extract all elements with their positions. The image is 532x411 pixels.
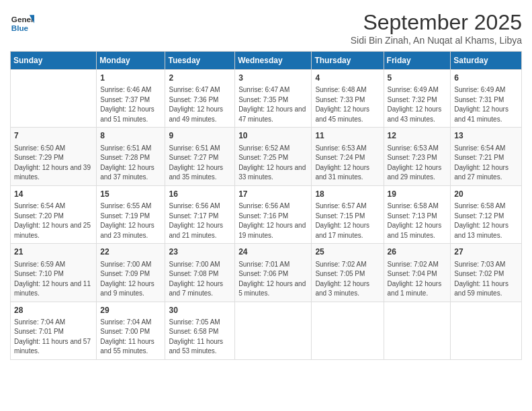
day-number: 3: [238, 73, 308, 84]
sunrise-text: Sunrise: 6:47 AM: [169, 85, 231, 95]
sunset-text: Sunset: 7:33 PM: [315, 95, 380, 105]
svg-text:Blue: Blue: [11, 24, 29, 32]
daylight-text: Daylight: 12 hours and 49 minutes.: [169, 105, 231, 124]
month-title: September 2025: [351, 10, 522, 35]
sunrise-text: Sunrise: 7:02 AM: [315, 260, 380, 270]
calendar-cell: 2Sunrise: 6:47 AMSunset: 7:36 PMDaylight…: [165, 70, 235, 128]
day-number: 20: [454, 189, 518, 200]
calendar-cell: [235, 302, 312, 359]
logo-icon: General Blue: [10, 10, 34, 34]
sunrise-text: Sunrise: 7:04 AM: [14, 318, 93, 328]
daylight-text: Daylight: 12 hours and 23 minutes.: [100, 221, 161, 240]
day-number: 5: [388, 73, 447, 84]
calendar-cell: 29Sunrise: 7:04 AMSunset: 7:00 PMDayligh…: [97, 302, 165, 359]
daylight-text: Daylight: 12 hours and 33 minutes.: [238, 163, 308, 183]
sunrise-text: Sunrise: 6:51 AM: [169, 144, 231, 154]
sunset-text: Sunset: 6:58 PM: [169, 327, 231, 337]
sunrise-text: Sunrise: 7:01 AM: [238, 260, 308, 270]
daylight-text: Daylight: 12 hours and 27 minutes.: [454, 163, 518, 183]
day-number: 15: [100, 189, 161, 200]
daylight-text: Daylight: 12 hours and 51 minutes.: [100, 105, 161, 124]
calendar-cell: 14Sunrise: 6:54 AMSunset: 7:20 PMDayligh…: [11, 185, 97, 243]
sunset-text: Sunset: 7:29 PM: [14, 153, 93, 163]
sunrise-text: Sunrise: 6:52 AM: [238, 144, 308, 154]
sunset-text: Sunset: 7:28 PM: [100, 153, 161, 163]
sunrise-text: Sunrise: 6:55 AM: [100, 201, 161, 212]
sunset-text: Sunset: 7:36 PM: [169, 95, 231, 105]
calendar-cell: 19Sunrise: 6:58 AMSunset: 7:13 PMDayligh…: [384, 185, 451, 243]
sunset-text: Sunset: 7:23 PM: [388, 153, 447, 163]
col-header-saturday: Saturday: [451, 52, 522, 70]
daylight-text: Daylight: 12 hours and 1 minute.: [388, 279, 447, 299]
daylight-text: Daylight: 12 hours and 41 minutes.: [454, 105, 518, 124]
sunrise-text: Sunrise: 7:02 AM: [388, 260, 447, 270]
day-number: 4: [315, 73, 380, 84]
day-number: 7: [14, 130, 93, 142]
day-number: 8: [100, 130, 161, 142]
sunset-text: Sunset: 7:01 PM: [14, 327, 93, 337]
daylight-text: Daylight: 12 hours and 35 minutes.: [169, 163, 231, 183]
daylight-text: Daylight: 12 hours and 3 minutes.: [315, 279, 380, 299]
sunrise-text: Sunrise: 6:53 AM: [315, 144, 380, 154]
sunset-text: Sunset: 7:31 PM: [454, 95, 518, 105]
calendar-cell: 1Sunrise: 6:46 AMSunset: 7:37 PMDaylight…: [97, 70, 165, 128]
daylight-text: Daylight: 12 hours and 5 minutes.: [238, 279, 308, 299]
week-row-4: 21Sunrise: 6:59 AMSunset: 7:10 PMDayligh…: [11, 244, 522, 302]
sunset-text: Sunset: 7:24 PM: [315, 153, 380, 163]
col-header-tuesday: Tuesday: [165, 52, 235, 70]
sunrise-text: Sunrise: 6:58 AM: [388, 201, 447, 212]
sunrise-text: Sunrise: 6:54 AM: [454, 144, 518, 154]
calendar-cell: 11Sunrise: 6:53 AMSunset: 7:24 PMDayligh…: [312, 128, 384, 185]
calendar-cell: 21Sunrise: 6:59 AMSunset: 7:10 PMDayligh…: [11, 244, 97, 302]
daylight-text: Daylight: 11 hours and 55 minutes.: [100, 337, 161, 357]
calendar-cell: 23Sunrise: 7:00 AMSunset: 7:08 PMDayligh…: [165, 244, 235, 302]
sunset-text: Sunset: 7:05 PM: [315, 269, 380, 279]
sunrise-text: Sunrise: 6:58 AM: [454, 201, 518, 212]
day-number: 10: [238, 130, 308, 142]
day-number: 6: [454, 73, 518, 84]
calendar-cell: 12Sunrise: 6:53 AMSunset: 7:23 PMDayligh…: [384, 128, 451, 185]
sunrise-text: Sunrise: 7:04 AM: [100, 318, 161, 328]
sunset-text: Sunset: 7:37 PM: [100, 95, 161, 105]
day-number: 28: [14, 305, 93, 316]
daylight-text: Daylight: 12 hours and 19 minutes.: [238, 221, 308, 240]
calendar-cell: 3Sunrise: 6:47 AMSunset: 7:35 PMDaylight…: [235, 70, 312, 128]
calendar-cell: 18Sunrise: 6:57 AMSunset: 7:15 PMDayligh…: [312, 185, 384, 243]
sunrise-text: Sunrise: 6:47 AM: [238, 85, 308, 95]
calendar-cell: 25Sunrise: 7:02 AMSunset: 7:05 PMDayligh…: [312, 244, 384, 302]
daylight-text: Daylight: 12 hours and 25 minutes.: [14, 221, 93, 240]
daylight-text: Daylight: 12 hours and 43 minutes.: [388, 105, 447, 124]
sunset-text: Sunset: 7:08 PM: [169, 269, 231, 279]
calendar-cell: [451, 302, 522, 359]
calendar-cell: 13Sunrise: 6:54 AMSunset: 7:21 PMDayligh…: [451, 128, 522, 185]
sunset-text: Sunset: 7:20 PM: [14, 212, 93, 222]
calendar-cell: 4Sunrise: 6:48 AMSunset: 7:33 PMDaylight…: [312, 70, 384, 128]
calendar-cell: 27Sunrise: 7:03 AMSunset: 7:02 PMDayligh…: [451, 244, 522, 302]
calendar-cell: 5Sunrise: 6:49 AMSunset: 7:32 PMDaylight…: [384, 70, 451, 128]
sunrise-text: Sunrise: 6:51 AM: [100, 144, 161, 154]
sunrise-text: Sunrise: 6:54 AM: [14, 201, 93, 212]
daylight-text: Daylight: 12 hours and 21 minutes.: [169, 221, 231, 240]
sunrise-text: Sunrise: 7:00 AM: [100, 260, 161, 270]
sunset-text: Sunset: 7:06 PM: [238, 269, 308, 279]
calendar-cell: 7Sunrise: 6:50 AMSunset: 7:29 PMDaylight…: [11, 128, 97, 185]
sunrise-text: Sunrise: 6:59 AM: [14, 260, 93, 270]
week-row-5: 28Sunrise: 7:04 AMSunset: 7:01 PMDayligh…: [11, 302, 522, 359]
sunset-text: Sunset: 7:17 PM: [169, 212, 231, 222]
sunrise-text: Sunrise: 6:48 AM: [315, 85, 380, 95]
location-subtitle: Sidi Bin Zinah, An Nuqat al Khams, Libya: [351, 35, 522, 46]
sunrise-text: Sunrise: 7:03 AM: [454, 260, 518, 270]
daylight-text: Daylight: 12 hours and 13 minutes.: [454, 221, 518, 240]
day-number: 21: [14, 246, 93, 258]
day-number: 24: [238, 246, 308, 258]
day-number: 27: [454, 246, 518, 258]
calendar-cell: 6Sunrise: 6:49 AMSunset: 7:31 PMDaylight…: [451, 70, 522, 128]
sunset-text: Sunset: 7:00 PM: [100, 327, 161, 337]
sunrise-text: Sunrise: 6:57 AM: [315, 201, 380, 212]
day-number: 16: [169, 189, 231, 200]
sunset-text: Sunset: 7:35 PM: [238, 95, 308, 105]
day-number: 23: [169, 246, 231, 258]
sunset-text: Sunset: 7:02 PM: [454, 269, 518, 279]
day-number: 25: [315, 246, 380, 258]
sunrise-text: Sunrise: 6:49 AM: [388, 85, 447, 95]
